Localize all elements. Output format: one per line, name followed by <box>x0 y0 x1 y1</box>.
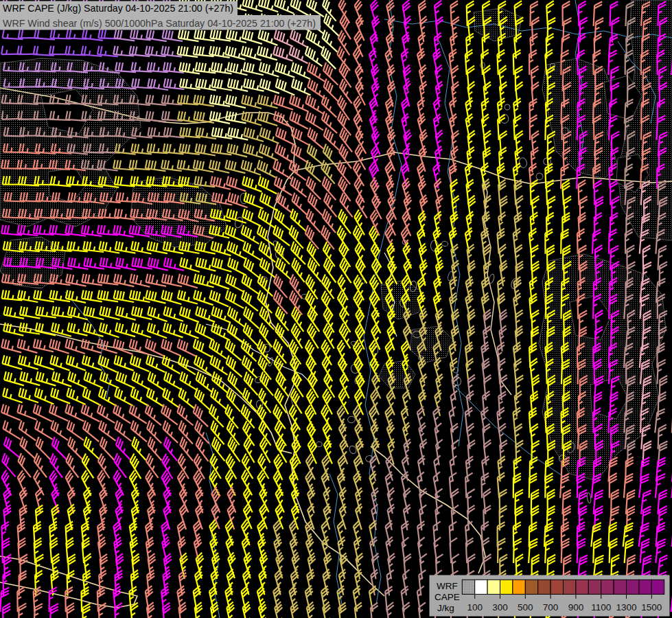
svg-text:WRF: WRF <box>437 581 458 591</box>
svg-text:CAPE: CAPE <box>435 592 460 602</box>
svg-text:J/kg: J/kg <box>437 603 454 613</box>
svg-text:100: 100 <box>467 602 483 613</box>
svg-text:900: 900 <box>568 602 584 613</box>
svg-text:1500: 1500 <box>641 602 662 613</box>
svg-text:1100: 1100 <box>591 602 611 613</box>
svg-text:WRF CAPE (J/kg) Saturday 04-10: WRF CAPE (J/kg) Saturday 04-10-2025 21:0… <box>3 2 233 14</box>
svg-text:1300: 1300 <box>616 602 636 613</box>
svg-text:300: 300 <box>492 602 508 613</box>
svg-text:WRF Wind shear (m/s) 500/1000h: WRF Wind shear (m/s) 500/1000hPa Saturda… <box>3 17 316 29</box>
svg-text:500: 500 <box>518 602 533 613</box>
svg-text:700: 700 <box>543 602 559 613</box>
